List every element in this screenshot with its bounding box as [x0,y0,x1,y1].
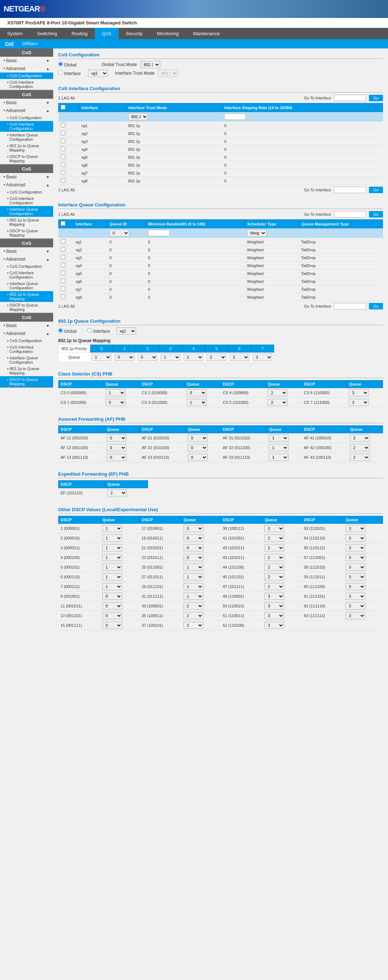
dot1p-global-radio[interactable] [58,328,63,333]
select-all-cos-iface[interactable] [61,105,65,110]
queue-cell[interactable]: 2 [262,572,302,582]
dscp-queue-select[interactable]: 0 [184,535,203,542]
sidebar-advanced-3[interactable]: • Advanced ▲ [0,181,53,189]
subnav-diffserv[interactable]: DiffServ [20,41,40,47]
af13-queue-select[interactable]: 0 [107,454,126,461]
cs5-queue-select[interactable]: 2 [268,399,287,406]
dscp-queue-select[interactable]: 2 [264,573,284,581]
sidebar-advanced-4[interactable]: • Advanced ▲ [0,255,53,263]
nav-monitoring[interactable]: Monitoring [150,28,186,39]
sidebar-advanced-5[interactable]: • Advanced ▲ [0,329,53,337]
queue-cell[interactable]: 3 [343,543,383,553]
cs5-queue[interactable]: 2 [265,398,302,407]
queue-cell[interactable]: 1 [100,533,139,543]
row-checkbox-iq[interactable] [59,277,73,285]
af12-queue[interactable]: 0 [105,443,139,453]
row-check-iq[interactable] [61,263,65,267]
dscp-queue-select[interactable]: 1 [184,573,203,581]
global-trust-mode-select[interactable]: 802.1p DSCP [141,61,160,68]
dscp-queue-select[interactable]: 2 [264,525,284,532]
edit-shaping-cos[interactable] [222,112,383,122]
queue-cell[interactable]: 1 [100,543,139,553]
queue-7[interactable]: 3 [251,353,274,362]
interface-trust-mode-select[interactable]: 802.1p DSCP [158,70,178,77]
queue-2[interactable]: 0 [136,353,159,362]
queue-cell[interactable]: 3 [343,553,383,563]
cos-iface-goto-input1[interactable] [334,95,366,101]
row-check-iq[interactable] [61,294,65,299]
queue-cell[interactable]: 2 [181,611,220,620]
ef-queue[interactable]: 2 [105,488,148,498]
dscp-queue-select[interactable]: 3 [346,593,366,600]
dscp-queue-select[interactable]: 1 [102,544,122,551]
cos-global-radio[interactable] [58,62,63,67]
af32-queue-select[interactable]: 1 [269,444,289,451]
cs6-queue-select[interactable]: 3 [349,389,369,396]
af43-queue-select[interactable]: 2 [350,454,370,461]
queue-cell[interactable]: 3 [343,533,383,543]
cs3-queue-select[interactable]: 1 [187,399,207,406]
dscp-queue-select[interactable]: 2 [264,563,284,571]
queue-5[interactable]: 2 [205,353,228,362]
sidebar-iface-queue-4[interactable]: • Interface Queue Configuration [0,280,53,291]
cos-iface-goto-input2[interactable] [334,187,366,193]
dot1p-iface-radio-label[interactable]: Interface [87,328,110,334]
dscp-queue-select[interactable]: 3 [264,612,284,619]
dscp-queue-select[interactable]: 1 [184,563,203,571]
edit-trust-mode-cos[interactable]: 802.1p [126,112,222,122]
row-check[interactable] [61,170,65,175]
dscp-queue-select[interactable]: 3 [346,554,366,561]
af12-queue-select[interactable]: 0 [107,444,126,451]
iface-queue-goto-input2[interactable] [334,303,366,309]
af41-queue-select[interactable]: 2 [350,434,370,442]
af22-queue[interactable]: 0 [186,443,220,453]
sidebar-basic-1[interactable]: • Basic ▼ [0,57,53,65]
sidebar-cos-iface-4[interactable]: • CoS Interface Configuration [0,270,53,280]
queue-cell[interactable]: 2 [181,620,220,630]
queue-select-1[interactable]: 0 [115,353,134,361]
shaping-rate-edit-input[interactable] [224,113,246,120]
sidebar-iface-queue-2[interactable]: • Interface Queue Configuration [0,132,53,143]
queue-cell[interactable]: 1 [100,563,139,572]
dscp-queue-select[interactable]: 1 [102,583,122,590]
dscp-queue-select[interactable]: 1 [102,573,122,581]
dscp-queue-select[interactable]: 3 [264,602,284,609]
edit-scheduler-iq[interactable]: Weighted [245,228,299,238]
af21-queue[interactable]: 0 [186,433,220,443]
cs6-queue[interactable]: 3 [346,388,383,398]
row-checkbox-iq[interactable] [59,254,73,262]
queue-cell[interactable]: 3 [343,524,383,533]
queue-cell[interactable]: 3 [262,592,302,601]
sidebar-basic-5[interactable]: • Basic ▼ [0,321,53,329]
nav-system[interactable]: System [0,28,30,39]
af22-queue-select[interactable]: 0 [188,444,208,451]
af21-queue-select[interactable]: 0 [188,434,208,442]
queue-cell[interactable]: 1 [181,592,220,601]
sidebar-dscp-4[interactable]: • DSCP to Queue Mapping [0,302,53,313]
queue-cell[interactable]: 1 [181,572,220,582]
dscp-queue-select[interactable]: 3 [346,573,366,581]
sidebar-dot1p-3[interactable]: • 802.1p to Queue Mapping [0,217,53,228]
row-check[interactable] [61,130,65,135]
dscp-queue-select[interactable]: 0 [102,602,122,609]
dscp-queue-select[interactable]: 3 [346,583,366,590]
queue-1[interactable]: 0 [113,353,136,362]
row-checkbox[interactable] [59,122,80,130]
af23-queue[interactable]: 0 [186,453,220,462]
queue-cell[interactable]: 2 [262,524,302,533]
sidebar-cos-config-5[interactable]: • CoS Configuration [0,337,53,344]
queue-cell[interactable]: 0 [100,611,139,620]
queue-3[interactable]: 1 [159,353,182,362]
row-checkbox[interactable] [59,169,80,177]
queue-select-3[interactable]: 1 [161,353,180,361]
row-checkbox-iq[interactable] [59,270,73,277]
dscp-queue-select[interactable]: 1 [102,554,122,561]
cs1-queue[interactable]: 0 [104,398,139,407]
cos-iface-go-btn2[interactable]: Go [369,187,383,193]
dscp-queue-select[interactable]: 0 [184,554,203,561]
sidebar-dscp-3[interactable]: • DSCP to Queue Mapping [0,228,53,239]
queue-cell[interactable]: 0 [181,524,220,533]
row-check-iq[interactable] [61,255,65,259]
queue-select-6[interactable]: 3 [230,353,249,361]
af11-queue[interactable]: 0 [105,433,139,443]
